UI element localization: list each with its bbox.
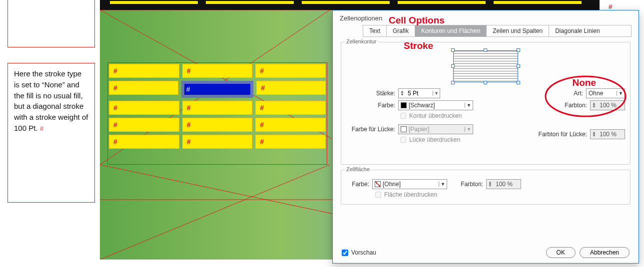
gap-color-select: [Papier] ▼ xyxy=(398,124,473,134)
gap-tint-value xyxy=(598,130,625,139)
fill-tint-value xyxy=(494,180,521,189)
label-fill-color: Farbe: xyxy=(347,181,372,188)
overset-marker: # xyxy=(609,3,612,10)
label-gap-color: Farbe für Lücke: xyxy=(345,126,398,133)
table-cell[interactable]: # xyxy=(182,118,253,132)
annotation-stroke: Stroke xyxy=(404,40,433,51)
stroke-color-select[interactable]: [Schwarz] ▼ xyxy=(398,100,473,110)
table-cell[interactable]: # xyxy=(182,64,253,78)
preview-checkbox[interactable] xyxy=(342,250,348,256)
table-row: ### xyxy=(109,118,326,132)
dialog-title: Zellenoptionen xyxy=(333,10,639,25)
description-hash: # xyxy=(40,125,43,132)
gap-tint-input: ▲▼ xyxy=(590,129,625,139)
tab-bar: TextGrafikKonturen und FlächenZeilen und… xyxy=(363,25,632,37)
table-cell[interactable]: # xyxy=(256,81,326,95)
stroke-weight-value[interactable] xyxy=(406,89,433,98)
cancel-button[interactable]: Abbrechen xyxy=(580,247,630,258)
tab-grafik[interactable]: Grafik xyxy=(387,25,415,36)
cell-options-dialog: Zellenoptionen TextGrafikKonturen und Fl… xyxy=(332,10,639,264)
table-cell[interactable]: # xyxy=(109,118,179,132)
label-fill-tint: Farbton: xyxy=(456,181,486,188)
preview-label: Vorschau xyxy=(351,249,376,256)
overprint-gap-label: Lücke überdrucken xyxy=(409,136,460,143)
table-cell[interactable]: # xyxy=(182,135,253,149)
empty-text-frame xyxy=(7,0,95,47)
table-cell[interactable]: # xyxy=(109,135,179,149)
dialog-button-bar: Vorschau OK Abbrechen xyxy=(333,247,639,258)
group-fill-label: Zellfläche xyxy=(344,166,372,172)
annotation-none-ellipse xyxy=(543,73,628,119)
table-cell[interactable]: # xyxy=(255,101,326,115)
stroke-preview-proxy[interactable] xyxy=(453,50,518,82)
annotation-cell-options: Cell Options xyxy=(389,15,445,26)
overprint-stroke-label: Kontur überdrucken xyxy=(409,112,462,119)
top-table-fragment xyxy=(100,0,600,10)
stepper-icon: ▲▼ xyxy=(487,181,494,188)
demo-table[interactable]: ############### xyxy=(109,64,326,152)
table-cell[interactable]: # xyxy=(109,64,179,78)
table-cell[interactable]: # xyxy=(255,64,326,78)
svg-line-3 xyxy=(100,165,330,260)
label-stroke-color: Farbe: xyxy=(345,102,398,109)
overprint-stroke-checkbox xyxy=(400,113,406,119)
chevron-down-icon[interactable]: ▼ xyxy=(439,182,447,187)
table-row: ### xyxy=(109,81,326,98)
chevron-down-icon: ▼ xyxy=(465,127,473,132)
table-cell[interactable]: # xyxy=(109,101,179,115)
label-gap-tint: Farbton für Lücke: xyxy=(535,131,590,138)
fill-tint-input: ▲▼ xyxy=(486,179,521,189)
chevron-down-icon[interactable]: ▼ xyxy=(433,91,440,96)
stroke-color-value: [Schwarz] xyxy=(409,102,465,109)
fill-color-select[interactable]: [Ohne] ▼ xyxy=(372,179,447,189)
table-cell[interactable]: # xyxy=(255,135,326,149)
description-frame: Here the stroke type is set to “None” an… xyxy=(7,63,95,203)
overprint-gap-checkbox xyxy=(400,137,406,143)
table-row: ### xyxy=(109,101,326,115)
tab-zeilen-und-spalten[interactable]: Zeilen und Spalten xyxy=(487,25,549,36)
table-cell[interactable]: # xyxy=(182,101,253,115)
stepper-icon: ▲▼ xyxy=(591,131,598,138)
svg-point-6 xyxy=(546,76,626,116)
table-row: ### xyxy=(109,135,326,149)
group-stroke-label: Zellenkontur xyxy=(344,38,379,44)
fill-color-value: [Ohne] xyxy=(383,181,439,188)
preview-toggle[interactable]: Vorschau xyxy=(342,249,376,256)
chevron-down-icon[interactable]: ▼ xyxy=(465,103,473,108)
stroke-weight-input[interactable]: ▲▼ ▼ xyxy=(398,88,440,98)
label-weight: Stärke: xyxy=(345,90,398,97)
table-row: ### xyxy=(109,64,326,78)
swatch-icon xyxy=(401,126,407,132)
swatch-none-icon xyxy=(375,181,381,187)
table-cell[interactable]: # xyxy=(109,81,178,95)
tab-konturen-und-fl-chen[interactable]: Konturen und Flächen xyxy=(415,25,487,36)
description-text: Here the stroke type is set to “None” an… xyxy=(14,69,88,132)
selected-cell[interactable]: # xyxy=(181,81,254,98)
stepper-icon[interactable]: ▲▼ xyxy=(399,90,406,97)
gap-color-value: [Papier] xyxy=(409,126,465,133)
ok-button[interactable]: OK xyxy=(546,247,576,258)
tab-diagonale-linien[interactable]: Diagonale Linien xyxy=(549,25,606,36)
swatch-icon xyxy=(401,102,407,108)
overprint-fill-label: Fläche überdrucken xyxy=(384,191,437,198)
table-cell[interactable]: # xyxy=(255,118,326,132)
overprint-fill-checkbox xyxy=(375,192,381,198)
tab-text[interactable]: Text xyxy=(363,25,387,36)
